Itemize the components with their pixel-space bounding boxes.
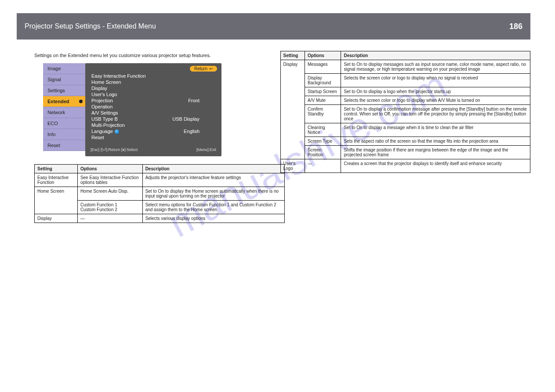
osd-panel: Return Easy Interactive Function Home Sc… <box>85 63 221 156</box>
osd-item[interactable]: Home Screen <box>91 79 217 85</box>
cell-options: Cleaning Notice <box>305 123 341 137</box>
osd-item[interactable]: Easy Interactive Function <box>91 73 217 79</box>
th-options: Options <box>305 51 341 60</box>
cell-options: Screen Type <box>305 137 341 146</box>
table-row: Home Screen Home Screen Auto Disp. Set t… <box>35 187 285 201</box>
cell-desc: Selects the screen color or logo to disp… <box>341 96 530 105</box>
osd-item[interactable]: Operation <box>91 104 217 110</box>
osd-item[interactable]: ProjectionFront <box>91 97 217 104</box>
osd-item[interactable]: User's Logo <box>91 91 217 97</box>
settings-table-2: Setting Options Description Display Mess… <box>280 51 531 173</box>
cell-setting: User's Logo <box>280 159 305 173</box>
table-row: Easy Interactive Function See Easy Inter… <box>35 173 285 187</box>
table-row: Confirm Standby Set to On to display a c… <box>280 105 530 123</box>
osd-item[interactable]: USB Type BUSB Display <box>91 116 217 122</box>
settings-table-1: Setting Options Description Easy Interac… <box>34 164 285 223</box>
cell-options: Startup Screen <box>305 87 341 96</box>
page-title: Projector Setup Settings - Extended Menu <box>25 22 156 30</box>
cell-options: Custom Function 1 Custom Function 2 <box>77 201 142 214</box>
osd-tab-image[interactable]: Image <box>43 63 85 74</box>
cell-desc: Selects the screen color or logo to disp… <box>341 74 530 87</box>
osd-return-button[interactable]: Return <box>190 66 217 72</box>
cell-setting: Display <box>280 60 305 159</box>
cell-desc: Set to On to display a confirmation mess… <box>341 105 530 123</box>
cell-options: Messages <box>305 60 341 74</box>
cell-desc: Set to On to display messages such as in… <box>341 60 530 74</box>
globe-icon <box>115 129 119 134</box>
osd-hint-left: [Esc] /[⏎]:Return [♦]:Select <box>91 147 138 152</box>
table-row: Display Messages Set to On to display me… <box>280 60 530 74</box>
table-row: Cleaning Notice Set to On to display a m… <box>280 123 530 137</box>
cell-options: See Easy Interactive Function options ta… <box>77 173 142 187</box>
table-row: User's Logo — Creates a screen that the … <box>280 159 530 173</box>
osd-item[interactable]: A/V Settings <box>91 110 217 116</box>
osd-item[interactable]: LanguageEnglish <box>91 128 217 134</box>
cell-desc: Creates a screen that the projector disp… <box>341 159 530 173</box>
cell-desc: Adjusts the projector's interactive feat… <box>142 173 284 187</box>
table-row: Screen Position Shifts the image positio… <box>280 146 530 159</box>
osd-tab-network[interactable]: Network <box>43 107 85 118</box>
page-header: Projector Setup Settings - Extended Menu… <box>17 13 530 40</box>
osd-item[interactable]: Reset <box>91 134 217 140</box>
cell-options: — <box>305 159 341 173</box>
cell-options: Confirm Standby <box>305 105 341 123</box>
cell-setting: Display <box>35 214 78 223</box>
osd-hints: [Esc] /[⏎]:Return [♦]:Select [Menu]:Exit <box>91 147 216 152</box>
cell-desc: Selects various display options <box>142 214 284 223</box>
cell-desc: Set to On to display the Home screen aut… <box>142 187 284 201</box>
cell-desc: Select menu options for Custom Function … <box>142 201 284 214</box>
page-number: 186 <box>509 22 522 31</box>
osd-list: Easy Interactive Function Home Screen Di… <box>91 73 217 140</box>
osd-hint-right: [Menu]:Exit <box>196 147 216 152</box>
cell-options: — <box>77 214 142 223</box>
cell-desc: Shifts the image position if there are m… <box>341 146 530 159</box>
osd-tab-signal[interactable]: Signal <box>43 74 85 85</box>
cell-desc: Set to On to display a message when it i… <box>341 123 530 137</box>
osd-tab-extended[interactable]: Extended <box>43 96 85 107</box>
cell-options: A/V Mute <box>305 96 341 105</box>
cell-setting: Easy Interactive Function <box>35 173 78 187</box>
th-description: Description <box>341 51 530 60</box>
th-description: Description <box>142 165 284 173</box>
table-row: Screen Type Sets the aspect ratio of the… <box>280 137 530 146</box>
osd-item[interactable]: Multi-Projection <box>91 122 217 128</box>
cell-desc: Set to On to display a logo when the pro… <box>341 87 530 96</box>
cell-desc: Sets the aspect ratio of the screen so t… <box>341 137 530 146</box>
osd-tab-info[interactable]: Info <box>43 129 85 140</box>
osd-item[interactable]: Display <box>91 85 217 91</box>
cell-options: Display Background <box>305 74 341 87</box>
osd-tabs: Image Signal Settings Extended Network E… <box>43 63 85 156</box>
osd-tab-reset[interactable]: Reset <box>43 140 85 151</box>
osd-tab-settings[interactable]: Settings <box>43 85 85 96</box>
th-setting: Setting <box>280 51 305 60</box>
table-row: Display — Selects various display option… <box>35 214 285 223</box>
cell-setting: Home Screen <box>35 187 78 214</box>
table-row: Display Background Selects the screen co… <box>280 74 530 87</box>
table-row: Startup Screen Set to On to display a lo… <box>280 87 530 96</box>
intro-text: Settings on the Extended menu let you cu… <box>34 53 267 58</box>
osd-figure: Image Signal Settings Extended Network E… <box>43 63 267 156</box>
table-row: A/V Mute Selects the screen color or log… <box>280 96 530 105</box>
cell-options: Home Screen Auto Disp. <box>77 187 142 201</box>
th-setting: Setting <box>35 165 78 173</box>
cell-options: Screen Position <box>305 146 341 159</box>
th-options: Options <box>77 165 142 173</box>
osd-tab-eco[interactable]: ECO <box>43 118 85 129</box>
